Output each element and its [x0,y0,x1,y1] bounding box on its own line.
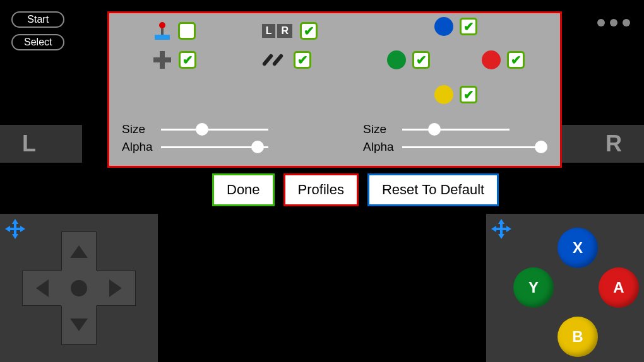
joystick-icon [153,22,170,40]
green-face-icon [387,50,406,69]
red-face-icon [482,50,501,69]
more-icon[interactable] [597,19,630,26]
reset-to-default-button[interactable]: Reset To Default [367,173,499,206]
svg-rect-5 [9,228,21,230]
face-button-x[interactable]: X [558,228,598,268]
left-size-slider[interactable] [161,123,268,136]
svg-rect-11 [495,228,508,230]
right-alpha-slider[interactable] [402,141,541,153]
dpad-toggle-checkbox[interactable] [179,51,196,69]
left-alpha-label: Alpha [122,140,153,154]
dpad-down-button[interactable] [61,305,97,345]
dpad-left-button[interactable] [22,271,63,306]
blue-face-icon [434,17,453,36]
lr-icon: LR [262,24,292,38]
right-size-slider[interactable] [402,123,510,136]
right-alpha-label: Alpha [363,140,395,154]
dpad-icon [153,51,171,69]
move-handle-icon[interactable] [491,219,511,242]
dpad-right-button[interactable] [95,271,136,306]
red-face-toggle-checkbox[interactable] [507,51,525,69]
select-button[interactable]: Select [11,34,64,50]
diagonal-icon [261,53,286,67]
left-size-label: Size [122,122,153,136]
done-button[interactable]: Done [212,173,275,206]
green-face-toggle-checkbox[interactable] [412,51,430,69]
l-shoulder-button[interactable]: L [0,125,82,163]
face-button-b[interactable]: B [558,317,598,357]
dpad-control [0,214,158,362]
lr-toggle-checkbox[interactable] [300,22,318,40]
r-shoulder-button[interactable]: R [562,125,644,163]
face-button-y[interactable]: Y [513,267,554,308]
profiles-button[interactable]: Profiles [283,173,359,206]
diagonal-toggle-checkbox[interactable] [294,51,311,69]
yellow-face-toggle-checkbox[interactable] [460,86,477,103]
blue-face-toggle-checkbox[interactable] [460,18,477,35]
face-buttons-control: X Y A B [486,214,644,362]
joystick-toggle-checkbox[interactable] [178,22,196,40]
yellow-face-icon [434,85,453,104]
dpad-center [61,271,97,306]
face-button-a[interactable]: A [599,267,639,308]
left-alpha-slider[interactable] [161,141,268,153]
start-button[interactable]: Start [11,11,64,28]
right-size-label: Size [363,122,395,136]
controller-config-panel: LR [107,11,562,168]
dpad-up-button[interactable] [61,231,97,272]
